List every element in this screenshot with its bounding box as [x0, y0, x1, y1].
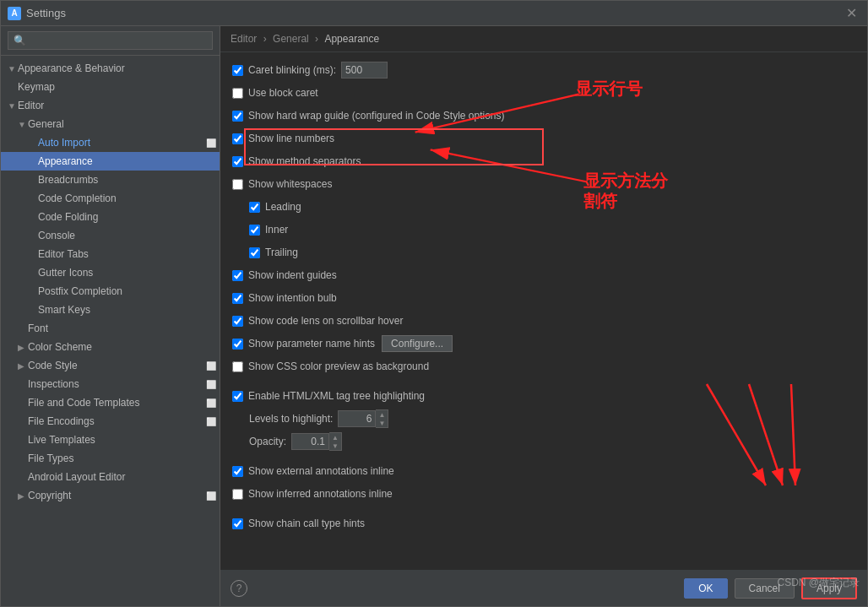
- sidebar-label: Code Completion: [38, 192, 216, 204]
- show-code-lens-checkbox[interactable]: [232, 316, 243, 327]
- sidebar-label: Color Scheme: [28, 341, 216, 353]
- inner-checkbox[interactable]: [249, 225, 260, 236]
- show-hard-wrap-label: Show hard wrap guide (configured in Code…: [248, 110, 505, 122]
- trailing-checkbox[interactable]: [249, 247, 260, 258]
- show-param-hints-label: Show parameter name hints: [248, 338, 375, 350]
- show-line-numbers-checkbox[interactable]: [232, 133, 243, 144]
- show-param-hints-checkbox[interactable]: [232, 339, 243, 350]
- use-block-caret-label: Use block caret: [248, 87, 318, 99]
- show-inferred-annotations-label: Show inferred annotations inline: [248, 488, 393, 500]
- sidebar-item-breadcrumbs[interactable]: Breadcrumbs: [1, 171, 220, 189]
- tree: ▼ Appearance & Behavior Keymap ▼ Editor …: [1, 56, 220, 606]
- settings-content: Caret blinking (ms): Use block caret Sho…: [220, 52, 867, 570]
- sidebar-item-file-encodings[interactable]: File Encodings ⬜: [1, 412, 220, 431]
- sidebar-label: Auto Import: [38, 137, 206, 149]
- opacity-spinner-down[interactable]: ▼: [329, 442, 341, 450]
- enable-html-xml-label: Enable HTML/XML tag tree highlighting: [248, 390, 425, 402]
- show-param-hints-row: Show parameter name hints Configure...: [232, 334, 855, 353]
- sidebar-label: Editor Tabs: [38, 248, 216, 260]
- opacity-spinner-up[interactable]: ▲: [329, 433, 341, 442]
- sidebar-item-live-templates[interactable]: Live Templates: [1, 431, 220, 449]
- breadcrumb-editor: Editor: [231, 33, 257, 45]
- sidebar-item-smart-keys[interactable]: Smart Keys: [1, 301, 220, 319]
- export-icon: ⬜: [206, 138, 216, 148]
- configure-button[interactable]: Configure...: [382, 335, 453, 352]
- sidebar-item-font[interactable]: Font: [1, 319, 220, 338]
- show-line-numbers-label: Show line numbers: [248, 133, 334, 144]
- show-indent-guides-checkbox[interactable]: [232, 270, 243, 281]
- sidebar: ▼ Appearance & Behavior Keymap ▼ Editor …: [1, 26, 220, 606]
- show-css-preview-checkbox[interactable]: [232, 361, 243, 372]
- sidebar-item-copyright[interactable]: ▶ Copyright ⬜: [1, 486, 220, 505]
- show-css-preview-row: Show CSS color preview as background: [232, 357, 855, 376]
- show-code-lens-label: Show code lens on scrollbar hover: [248, 315, 403, 327]
- levels-input[interactable]: [338, 410, 376, 427]
- sidebar-item-code-completion[interactable]: Code Completion: [1, 189, 220, 208]
- show-external-annotations-row: Show external annotations inline: [232, 462, 855, 480]
- caret-blinking-input[interactable]: [341, 62, 388, 79]
- help-icon[interactable]: ?: [231, 580, 247, 597]
- sidebar-label: File Encodings: [28, 415, 206, 427]
- enable-html-xml-checkbox[interactable]: [232, 391, 243, 402]
- opacity-spinner-arrows: ▲ ▼: [329, 432, 342, 451]
- sidebar-item-postfix[interactable]: Postfix Completion: [1, 282, 220, 301]
- show-method-sep-row: Show method separators: [232, 152, 855, 171]
- spinner-down[interactable]: ▼: [376, 419, 388, 427]
- trailing-row: Trailing: [232, 243, 855, 262]
- spinner-up[interactable]: ▲: [376, 410, 388, 419]
- sidebar-item-editor-tabs[interactable]: Editor Tabs: [1, 245, 220, 263]
- sidebar-item-color-scheme[interactable]: ▶ Color Scheme: [1, 338, 220, 356]
- opacity-spinner: ▲ ▼: [291, 432, 342, 451]
- leading-checkbox[interactable]: [249, 202, 260, 213]
- sidebar-item-file-types[interactable]: File Types: [1, 449, 220, 468]
- sidebar-item-keymap[interactable]: Keymap: [1, 78, 220, 96]
- sidebar-item-appearance[interactable]: Appearance: [1, 152, 220, 171]
- expand-arrow: ▼: [18, 120, 28, 129]
- enable-html-xml-row: Enable HTML/XML tag tree highlighting: [232, 387, 855, 405]
- show-external-annotations-checkbox[interactable]: [232, 466, 243, 477]
- show-chain-call-label: Show chain call type hints: [248, 518, 365, 529]
- expand-arrow: ▶: [18, 361, 28, 371]
- ok-button[interactable]: OK: [684, 578, 727, 599]
- sidebar-label: Editor: [18, 100, 216, 111]
- sidebar-label: Gutter Icons: [38, 267, 216, 279]
- app-icon: A: [8, 7, 21, 20]
- cancel-button[interactable]: Cancel: [735, 578, 795, 599]
- show-whitespaces-label: Show whitespaces: [248, 178, 332, 190]
- show-chain-call-checkbox[interactable]: [232, 518, 243, 529]
- caret-blinking-checkbox[interactable]: [232, 65, 243, 76]
- show-intention-bulb-checkbox[interactable]: [232, 293, 243, 304]
- apply-button[interactable]: Apply: [801, 577, 857, 599]
- sidebar-item-auto-import[interactable]: Auto Import ⬜: [1, 133, 220, 152]
- sidebar-item-code-folding[interactable]: Code Folding: [1, 208, 220, 226]
- sidebar-item-general[interactable]: ▼ General: [1, 115, 220, 133]
- sidebar-item-android-layout[interactable]: Android Layout Editor: [1, 468, 220, 486]
- show-css-preview-label: Show CSS color preview as background: [248, 360, 429, 372]
- show-whitespaces-checkbox[interactable]: [232, 179, 243, 190]
- caret-blinking-row: Caret blinking (ms):: [232, 61, 855, 79]
- sidebar-item-inspections[interactable]: Inspections ⬜: [1, 375, 220, 393]
- sidebar-item-console[interactable]: Console: [1, 226, 220, 245]
- show-inferred-annotations-checkbox[interactable]: [232, 489, 243, 500]
- sidebar-item-editor[interactable]: ▼ Editor: [1, 96, 220, 115]
- close-button[interactable]: ✕: [843, 5, 860, 21]
- sidebar-item-appearance-behavior[interactable]: ▼ Appearance & Behavior: [1, 59, 220, 78]
- sidebar-item-code-style[interactable]: ▶ Code Style ⬜: [1, 356, 220, 375]
- levels-highlight-label: Levels to highlight:: [249, 413, 333, 425]
- opacity-input[interactable]: [291, 433, 329, 450]
- caret-blinking-label: Caret blinking (ms):: [248, 64, 336, 76]
- use-block-caret-checkbox[interactable]: [232, 88, 243, 99]
- show-inferred-annotations-row: Show inferred annotations inline: [232, 485, 855, 503]
- sidebar-item-file-code-templates[interactable]: File and Code Templates ⬜: [1, 393, 220, 412]
- search-input[interactable]: [8, 31, 213, 50]
- show-method-sep-label: Show method separators: [248, 155, 361, 167]
- show-external-annotations-label: Show external annotations inline: [248, 465, 394, 477]
- main-content: ▼ Appearance & Behavior Keymap ▼ Editor …: [1, 26, 867, 606]
- sidebar-label: File and Code Templates: [28, 397, 206, 409]
- show-method-sep-checkbox[interactable]: [232, 156, 243, 167]
- show-hard-wrap-checkbox[interactable]: [232, 111, 243, 122]
- sidebar-item-gutter-icons[interactable]: Gutter Icons: [1, 263, 220, 282]
- leading-row: Leading: [232, 198, 855, 216]
- leading-label: Leading: [265, 201, 301, 213]
- show-indent-guides-label: Show indent guides: [248, 269, 337, 281]
